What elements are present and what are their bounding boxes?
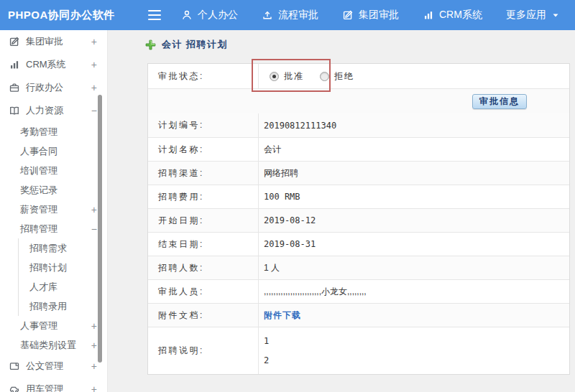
- field-label: 开始日期:: [148, 209, 259, 232]
- radio-reject[interactable]: 拒绝: [320, 70, 354, 83]
- sidebar-item-training-mgmt[interactable]: 培训管理: [0, 161, 107, 180]
- nav-item-more-apps[interactable]: 更多应用: [506, 9, 560, 22]
- radio-approve[interactable]: 批准: [270, 70, 304, 83]
- expand-icon[interactable]: +: [91, 204, 97, 215]
- field-value-attachment: 附件下载: [259, 304, 569, 327]
- nav-item-label: 集团审批: [359, 9, 399, 22]
- book-icon: [9, 105, 20, 116]
- nav-item-crm-system[interactable]: CRM系统: [423, 9, 482, 22]
- workflow-icon: [262, 9, 273, 21]
- radio-approve-control[interactable]: [270, 72, 279, 81]
- nav-item-personal-office[interactable]: 个人办公: [181, 9, 238, 22]
- row-approval-status: 审批状态: 批准 拒绝: [148, 64, 569, 88]
- field-value-plan-number: 20190812111340: [259, 113, 569, 137]
- sidebar-item-attendance-mgmt[interactable]: 考勤管理: [0, 122, 107, 141]
- edit-square-icon: [9, 36, 20, 47]
- sidebar-item-admin-office[interactable]: 行政办公+: [0, 76, 107, 99]
- field-label: 招聘渠道:: [148, 162, 259, 185]
- breadcrumb: 会计 招聘计划: [145, 38, 228, 51]
- sidebar-item-label: 奖惩记录: [20, 184, 58, 197]
- topbar: PHPOA协同办公软件 个人办公 流程审批 集团审批 CRM系统更多应用: [0, 0, 575, 30]
- row-recruit-channel: 招聘渠道:网络招聘: [148, 161, 569, 185]
- expand-icon[interactable]: +: [91, 59, 97, 70]
- sidebar-item-label: 人才库: [29, 281, 58, 294]
- sidebar-item-label: 人力资源: [26, 104, 63, 117]
- expand-icon[interactable]: +: [91, 340, 97, 351]
- approval-info-button[interactable]: 审批信息: [472, 94, 527, 109]
- expand-icon[interactable]: +: [91, 320, 97, 332]
- sidebar-item-vehicle-mgmt[interactable]: 用车管理+: [0, 378, 107, 392]
- row-end-date: 结束日期:2019-08-31: [148, 232, 569, 256]
- car-icon: [9, 383, 20, 392]
- row-approve-action: 审批信息: [148, 88, 569, 113]
- sidebar-item-document-mgmt[interactable]: 公文管理+: [0, 355, 107, 378]
- attachment-download-link[interactable]: 附件下载: [264, 309, 301, 322]
- nav-item-workflow-approval[interactable]: 流程审批: [262, 9, 318, 22]
- sidebar-item-personnel-mgmt[interactable]: 人事管理+: [0, 316, 107, 335]
- field-label: 招聘费用:: [148, 185, 259, 208]
- field-value-end-date: 2019-08-31: [259, 233, 569, 256]
- row-recruit-cost: 招聘费用:100 RMB: [148, 185, 569, 208]
- app-window: PHPOA协同办公软件 个人办公 流程审批 集团审批 CRM系统更多应用 集团审…: [0, 0, 575, 392]
- description-line: 1: [264, 332, 269, 351]
- field-value-start-date: 2019-08-12: [259, 209, 569, 232]
- add-icon[interactable]: [145, 39, 156, 50]
- field-label: 招聘说明:: [148, 327, 259, 374]
- nav-item-group-approval[interactable]: 集团审批: [342, 9, 399, 22]
- sidebar: 集团审批+CRM系统+行政办公+人力资源−考勤管理人事合同培训管理奖惩记录薪资管…: [0, 30, 108, 392]
- sidebar-item-recruit-demand[interactable]: 招聘需求: [18, 238, 107, 258]
- sidebar-item-salary-mgmt[interactable]: 薪资管理+: [0, 200, 107, 219]
- top-nav: 个人办公 流程审批 集团审批 CRM系统更多应用: [181, 9, 560, 22]
- sidebar-item-label: 用车管理: [26, 383, 63, 392]
- collapse-icon[interactable]: −: [91, 223, 97, 235]
- row-plan-name: 计划名称:会计: [148, 137, 569, 161]
- sidebar-item-label: 考勤管理: [20, 126, 58, 139]
- radio-reject-label: 拒绝: [334, 70, 354, 83]
- nav-item-label: CRM系统: [439, 9, 482, 22]
- expand-icon[interactable]: +: [91, 82, 97, 93]
- sidebar-item-label: 薪资管理: [20, 203, 58, 216]
- collapse-icon[interactable]: −: [91, 105, 97, 116]
- sidebar-scrollbar-thumb[interactable]: [98, 95, 102, 363]
- hamburger-menu-icon[interactable]: [148, 10, 161, 20]
- expand-icon[interactable]: +: [91, 383, 97, 392]
- nav-item-label: 流程审批: [278, 9, 318, 22]
- sidebar-item-hr-contracts[interactable]: 人事合同: [0, 141, 107, 161]
- field-label: 计划名称:: [148, 138, 259, 161]
- sidebar-item-recruit-hire[interactable]: 招聘录用: [18, 297, 107, 316]
- sidebar-item-label: 人事合同: [20, 145, 58, 158]
- app-logo: PHPOA协同办公软件: [0, 9, 134, 22]
- sidebar-item-reward-records[interactable]: 奖惩记录: [0, 180, 107, 200]
- briefcase-icon: [9, 82, 20, 93]
- sidebar-item-group-approval[interactable]: 集团审批+: [0, 30, 107, 53]
- sidebar-item-label: 招聘计划: [29, 261, 67, 274]
- radio-approve-label: 批准: [284, 70, 304, 83]
- sidebar-item-label: 人事管理: [20, 319, 58, 332]
- expand-icon[interactable]: +: [91, 36, 97, 47]
- field-label: 附件文档:: [148, 304, 259, 327]
- sidebar-item-label: 培训管理: [20, 164, 58, 177]
- field-value-recruit-cost: 100 RMB: [259, 185, 569, 208]
- nav-item-label: 个人办公: [198, 9, 238, 22]
- field-value-recruit-channel: 网络招聘: [259, 162, 569, 185]
- nav-item-label: 更多应用: [506, 9, 546, 22]
- sidebar-item-base-category-settings[interactable]: 基础类别设置+: [0, 335, 107, 355]
- sidebar-item-label: 基础类别设置: [20, 339, 76, 352]
- sidebar-item-talent-pool[interactable]: 人才库: [18, 277, 107, 297]
- sidebar-item-label: 招聘需求: [29, 242, 67, 255]
- field-value-approvers: ,,,,,,,,,,,,,,,,,,,,,,,,小龙女,,,,,,,,: [259, 280, 569, 303]
- sidebar-item-recruit-mgmt[interactable]: 招聘管理−: [0, 219, 107, 238]
- sidebar-item-recruit-plan[interactable]: 招聘计划: [18, 258, 107, 277]
- field-label: 招聘人数:: [148, 256, 259, 279]
- sidebar-item-human-resources[interactable]: 人力资源−: [0, 99, 107, 122]
- expand-icon[interactable]: +: [91, 360, 97, 372]
- detail-form: 审批状态: 批准 拒绝 审批信息: [147, 63, 570, 375]
- main-content: 会计 招聘计划 审批状态: 批准 拒绝: [108, 30, 575, 392]
- row-plan-number: 计划编号:20190812111340: [148, 113, 569, 137]
- sidebar-item-label: 行政办公: [26, 81, 63, 94]
- field-value-plan-name: 会计: [259, 138, 569, 161]
- sidebar-item-crm-system[interactable]: CRM系统+: [0, 53, 107, 76]
- sidebar-item-label: 招聘录用: [29, 300, 67, 313]
- field-label: 审批状态:: [148, 64, 259, 88]
- radio-reject-control[interactable]: [320, 72, 329, 81]
